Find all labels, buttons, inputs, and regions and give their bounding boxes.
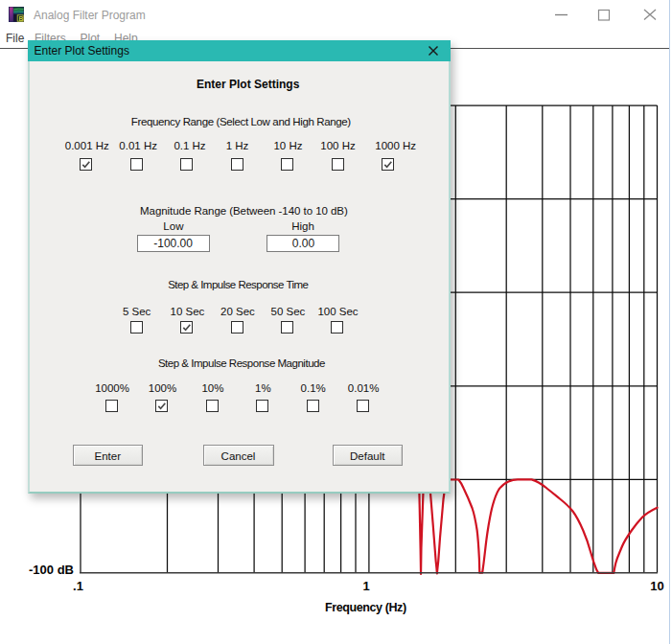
svg-text:10: 10 [650,579,663,593]
svg-text:.1: .1 [73,579,83,593]
svg-text:1: 1 [362,579,369,593]
svg-text:-100 dB: -100 dB [29,563,74,577]
svg-text:Frequency (Hz): Frequency (Hz) [325,601,406,614]
